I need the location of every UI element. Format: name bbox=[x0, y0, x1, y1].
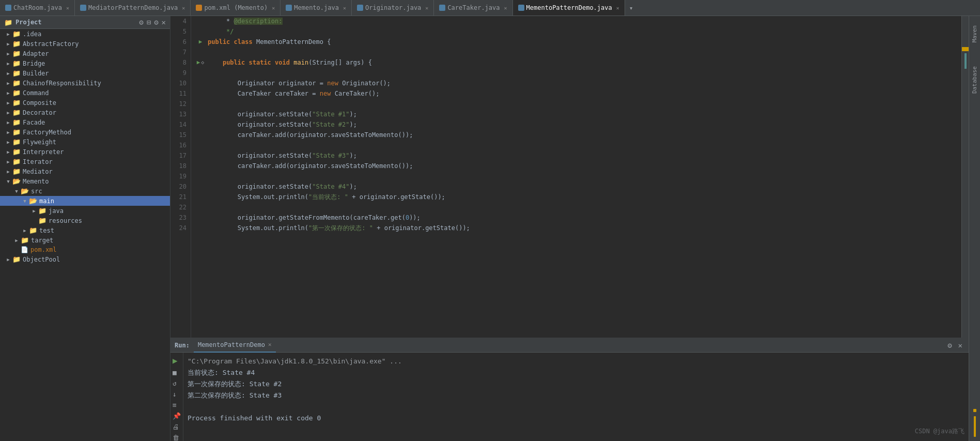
tree-item-interpreter[interactable]: ▶ 📁 Interpreter bbox=[0, 147, 170, 157]
run-panel-body: ▶ ■ ↺ ↓ ≡ 📌 🖨 🗑 "C:\Program Files\Java\j… bbox=[170, 353, 969, 441]
tree-item-resources[interactable]: 📁 resources bbox=[0, 216, 170, 225]
tab-caretaker-label: CareTaker.java bbox=[447, 4, 500, 11]
tree-item-idea[interactable]: ▶ 📁 .idea bbox=[0, 29, 170, 39]
tab-mediator[interactable]: MediatorPatternDemo.java ✕ bbox=[75, 0, 191, 16]
scroll-thumb[interactable] bbox=[965, 53, 967, 69]
folder-icon: 📁 bbox=[12, 118, 21, 126]
line-num: 8 bbox=[175, 57, 186, 68]
tree-label: FactoryMethod bbox=[23, 129, 71, 136]
tree-item-java[interactable]: ▶ 📁 java bbox=[0, 206, 170, 216]
tab-chatroom-close[interactable]: ✕ bbox=[66, 5, 69, 11]
stop-icon[interactable]: ■ bbox=[173, 369, 181, 376]
line-num: 5 bbox=[175, 26, 186, 37]
play-icon[interactable]: ▶ bbox=[173, 356, 181, 366]
tree-item-decorator[interactable]: ▶ 📁 Decorator bbox=[0, 108, 170, 117]
tree-item-bridge[interactable]: ▶ 📁 Bridge bbox=[0, 58, 170, 68]
output-line-cmd: "C:\Program Files\Java\jdk1.8.0_152\bin\… bbox=[188, 356, 965, 367]
run-tab-close[interactable]: ✕ bbox=[268, 341, 272, 348]
maven-panel-tab[interactable]: Maven bbox=[970, 21, 979, 47]
tab-memento-close[interactable]: ✕ bbox=[343, 5, 346, 11]
settings-icon[interactable]: ⚙ bbox=[154, 18, 158, 26]
tree-item-facade[interactable]: ▶ 📁 Facade bbox=[0, 117, 170, 127]
output-line-1: 当前状态: State #4 bbox=[188, 367, 965, 378]
bottom-panel: Run: MementoPatternDemo ✕ ⚙ ✕ ▶ ■ ↺ ↓ ≡ bbox=[170, 338, 969, 441]
tree-item-src[interactable]: ▼ 📂 src bbox=[0, 186, 170, 196]
database-panel-tab[interactable]: Database bbox=[970, 62, 979, 98]
line-num: 7 bbox=[175, 47, 186, 57]
tab-originator[interactable]: Originator.java ✕ bbox=[352, 0, 434, 16]
tab-memento[interactable]: Memento.java ✕ bbox=[281, 0, 352, 16]
tree-label: ChainofResponsibility bbox=[23, 80, 101, 87]
tree-item-objectpool[interactable]: ▶ 📁 ObjectPool bbox=[0, 254, 170, 264]
tree-item-flyweight[interactable]: ▶ 📁 Flyweight bbox=[0, 137, 170, 147]
tree-item-mediator[interactable]: ▶ 📁 Mediator bbox=[0, 166, 170, 176]
tree-item-target[interactable]: ▶ 📁 target bbox=[0, 235, 170, 245]
code-editor[interactable]: 4 5 6 7 8 9 10 11 12 13 14 15 16 17 18 1… bbox=[170, 16, 969, 338]
tab-overflow[interactable]: ▾ bbox=[625, 4, 637, 12]
scroll-down-icon[interactable]: ↓ bbox=[173, 390, 181, 398]
folder-open-icon: 📂 bbox=[29, 197, 37, 205]
close-panel-icon[interactable]: ✕ bbox=[956, 340, 965, 351]
code-line: ▶ ◇ public static void main(String[] arg… bbox=[195, 57, 961, 68]
tree-item-iterator[interactable]: ▶ 📁 Iterator bbox=[0, 157, 170, 166]
tree-label: Interpreter bbox=[23, 148, 64, 156]
tree-item-adapter[interactable]: ▶ 📁 Adapter bbox=[0, 49, 170, 58]
collapse-icon[interactable]: ⊟ bbox=[147, 18, 151, 26]
reload-icon[interactable]: ↺ bbox=[173, 379, 181, 387]
tab-pom-label: pom.xml (Memento) bbox=[204, 4, 268, 11]
pin-icon[interactable]: 📌 bbox=[173, 412, 181, 420]
tab-pom[interactable]: pom.xml (Memento) ✕ bbox=[191, 0, 281, 16]
tree-item-builder[interactable]: ▶ 📁 Builder bbox=[0, 68, 170, 78]
output-line-3: 第二次保存的状态: State #3 bbox=[188, 390, 965, 401]
tree-item-pomxml[interactable]: 📄 pom.xml bbox=[0, 245, 170, 254]
expand-arrow: ▶ bbox=[4, 120, 12, 125]
run-gutter: ▶ bbox=[195, 37, 206, 47]
settings-icon[interactable]: ⚙ bbox=[945, 340, 954, 351]
code-content[interactable]: * @description: */ ▶ public class Mement… bbox=[191, 16, 961, 338]
expand-arrow: ▶ bbox=[4, 71, 12, 76]
code-line bbox=[195, 99, 961, 109]
tree-item-composite[interactable]: ▶ 📁 Composite bbox=[0, 98, 170, 108]
tree-item-command[interactable]: ▶ 📁 Command bbox=[0, 88, 170, 98]
tree-item-abstractfactory[interactable]: ▶ 📁 AbstractFactory bbox=[0, 39, 170, 49]
tab-mediator-close[interactable]: ✕ bbox=[182, 5, 185, 11]
tab-pom-close[interactable]: ✕ bbox=[272, 5, 275, 11]
tab-caretaker-close[interactable]: ✕ bbox=[504, 5, 507, 11]
editor-scrollbar[interactable] bbox=[961, 16, 969, 338]
code-text: CareTaker careTaker = new CareTaker(); bbox=[208, 88, 379, 99]
tab-mementodemo-label: MementoPatternDemo.java bbox=[526, 4, 612, 11]
tree-label: AbstractFactory bbox=[23, 40, 79, 48]
expand-arrow: ▶ bbox=[4, 130, 12, 135]
tab-chatroom[interactable]: ChatRoom.java ✕ bbox=[0, 0, 75, 16]
code-line bbox=[195, 140, 961, 150]
line-num: 14 bbox=[175, 119, 186, 130]
close-icon[interactable]: ✕ bbox=[162, 18, 166, 26]
code-text: */ bbox=[208, 26, 234, 37]
tab-caretaker[interactable]: CareTaker.java ✕ bbox=[434, 0, 512, 16]
tree-item-chain[interactable]: ▶ 📁 ChainofResponsibility bbox=[0, 78, 170, 88]
scroll-marker-right bbox=[974, 416, 976, 437]
line-num: 22 bbox=[175, 202, 186, 212]
tree-item-factorymethod[interactable]: ▶ 📁 FactoryMethod bbox=[0, 127, 170, 137]
project-tree: ▶ 📁 .idea ▶ 📁 AbstractFactory ▶ 📁 Adapte… bbox=[0, 29, 170, 441]
filter-icon[interactable]: ≡ bbox=[173, 401, 181, 409]
print-icon[interactable]: 🖨 bbox=[173, 423, 181, 431]
line-num: 23 bbox=[175, 212, 186, 223]
code-line: originator.getStateFromMemento(careTaker… bbox=[195, 212, 961, 223]
line-num: 9 bbox=[175, 68, 186, 78]
line-num: 15 bbox=[175, 130, 186, 140]
code-line: careTaker.add(originator.saveStateToMeme… bbox=[195, 130, 961, 140]
expand-arrow: ▶ bbox=[4, 149, 12, 155]
tree-item-main[interactable]: ▼ 📂 main bbox=[0, 196, 170, 206]
xml-file-icon: 📄 bbox=[21, 246, 28, 253]
folder-icon: 📁 bbox=[12, 69, 21, 77]
trash-icon[interactable]: 🗑 bbox=[173, 434, 181, 441]
tree-item-memento[interactable]: ▼ 📂 Memento bbox=[0, 176, 170, 186]
tab-originator-close[interactable]: ✕ bbox=[425, 5, 428, 11]
folder-icon: 📁 bbox=[12, 158, 21, 165]
tab-mementodemo[interactable]: MementoPatternDemo.java ✕ bbox=[513, 0, 625, 16]
tab-mementodemo-close[interactable]: ✕ bbox=[616, 5, 619, 11]
tree-item-test[interactable]: ▶ 📁 test bbox=[0, 225, 170, 235]
gear-icon[interactable]: ⚙ bbox=[139, 18, 143, 26]
run-tab-mementodemo[interactable]: MementoPatternDemo ✕ bbox=[194, 338, 276, 353]
